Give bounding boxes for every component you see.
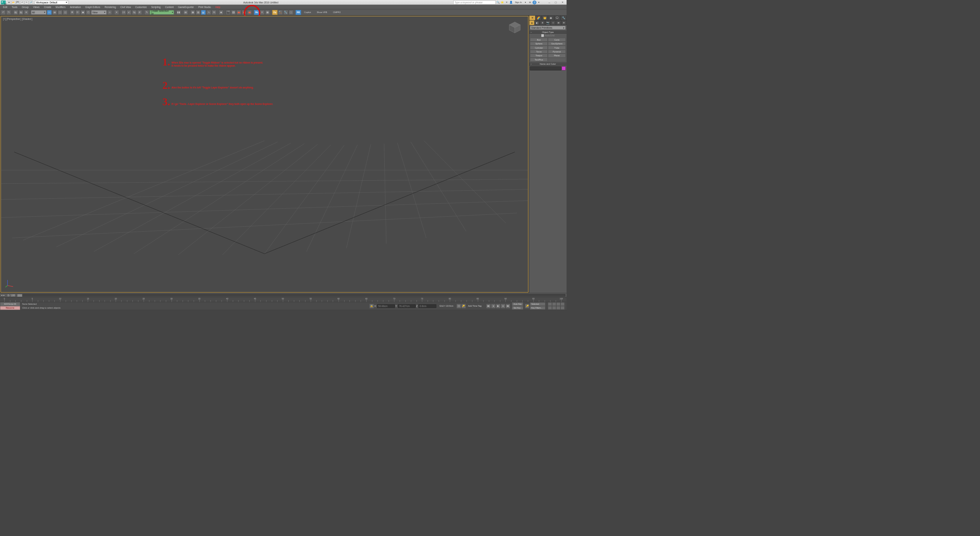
pan-button[interactable] (552, 306, 556, 310)
select-object-button[interactable]: ▭ (47, 10, 52, 15)
menu-views[interactable]: Views (31, 5, 41, 9)
goto-end-button[interactable]: ⏭ (506, 304, 510, 308)
qat-link-icon[interactable]: 🔗 (29, 0, 33, 4)
menu-group[interactable]: Group (20, 5, 31, 9)
bind-button[interactable]: ≋ (24, 10, 29, 15)
menu-tools[interactable]: Tools (10, 5, 20, 9)
sub-helpers[interactable]: ⊹ (550, 20, 556, 25)
render-production-button[interactable]: 🫖 (236, 10, 241, 15)
menu-civilview[interactable]: Civil View (118, 5, 133, 9)
qat-new-icon[interactable]: 🗎 (7, 0, 11, 4)
keyfilter-selected[interactable]: Selected (530, 302, 545, 306)
viewport-label[interactable]: [+] [Perspective ] [Shaded ] (3, 18, 33, 20)
tool-x1-button[interactable]: ✕ (260, 10, 265, 15)
favorites-icon[interactable]: ⊞ (528, 0, 532, 4)
play-prev-icon[interactable]: ◂ (1, 294, 2, 297)
category-combo[interactable]: Standard Primitives▾ (530, 26, 566, 29)
qat-redo-icon[interactable]: ↷ (24, 0, 28, 4)
workspace-combo[interactable]: Workspace: Default▾ (35, 0, 68, 4)
window-crossing-button[interactable]: ◫ (63, 10, 68, 15)
select-scale-button[interactable]: ▣ (80, 10, 85, 15)
autokey-button[interactable]: Auto Key (512, 302, 523, 306)
menu-help[interactable]: Help (213, 5, 223, 9)
zoom-extents-all-button[interactable] (560, 302, 564, 306)
goto-start-button[interactable]: ⏮ (486, 304, 491, 308)
time-slider[interactable] (17, 294, 565, 296)
menu-edit[interactable]: Edit (1, 5, 10, 9)
zoom-extents-button[interactable] (556, 302, 560, 306)
pivot-button[interactable]: ⊹ (107, 10, 112, 15)
close-button[interactable]: ✕ (560, 0, 566, 4)
menu-scripting[interactable]: Scripting (149, 5, 163, 9)
fp-button[interactable]: Fp (272, 10, 278, 15)
qat-undo-icon[interactable]: ↶ (20, 0, 24, 4)
tool-x2-button[interactable]: ▦ (265, 10, 270, 15)
tab-utilities[interactable]: 🔧 (560, 15, 567, 20)
setkey-button[interactable]: Set Key (512, 306, 523, 310)
maximize-button[interactable]: ▢ (553, 0, 559, 4)
viewport-perspective[interactable]: [+] [Perspective ] [Shaded ] 1. When 3Ds… (0, 16, 528, 293)
menu-gameexporter[interactable]: GameExporter (176, 5, 196, 9)
menu-customize[interactable]: Customize (133, 5, 149, 9)
menu-rendering[interactable]: Rendering (103, 5, 118, 9)
y-coord[interactable]: 76.427cm (398, 304, 415, 308)
obj-textplus-button[interactable]: TextPlus (530, 58, 548, 62)
menu-modifiers[interactable]: Modifiers (54, 5, 68, 9)
named-selection-combo[interactable]: Create Selection Se▾ (150, 10, 174, 15)
signin-icon[interactable]: 👤 (509, 0, 513, 4)
redo-button[interactable]: ↷ (6, 10, 11, 15)
select-name-button[interactable]: ▤ (52, 10, 57, 15)
obj-cone-button[interactable]: Cone (548, 38, 565, 42)
tab-hierarchy[interactable]: 👑 (542, 15, 548, 20)
isolate-button[interactable]: ⊡ (456, 304, 461, 308)
menu-create[interactable]: Create (42, 5, 54, 9)
minimize-button[interactable]: ─ (546, 0, 552, 4)
select-move-button[interactable]: ✥ (70, 10, 75, 15)
copilot-label[interactable]: Copilot (301, 11, 314, 13)
fov-button[interactable] (548, 306, 552, 310)
signin-label[interactable]: Sign In (515, 1, 522, 3)
sub-geometry[interactable]: ● (529, 20, 534, 25)
render-activeshade-button[interactable]: 🫖 (247, 10, 252, 15)
obj-geosphere-button[interactable]: GeoSphere (548, 42, 565, 46)
help-dropdown-icon[interactable]: ▾ (537, 0, 541, 4)
selection-filter-combo[interactable]: All▾ (31, 10, 46, 15)
next-frame-button[interactable]: ▸ (501, 304, 506, 308)
tool-hammer-button[interactable]: 🔨 (278, 10, 283, 15)
edit-selection-button[interactable]: ✎ (144, 10, 149, 15)
unlink-button[interactable]: ⛓ (19, 10, 24, 15)
angle-snap-button[interactable]: ∠ (127, 10, 132, 15)
obj-torus-button[interactable]: Torus (530, 50, 548, 54)
orbit-button[interactable] (556, 306, 560, 310)
maximize-viewport-button[interactable] (560, 306, 564, 310)
search-input[interactable]: Type a keyword or phrase (453, 0, 495, 4)
toggle-scene-explorer-button[interactable]: ▦ (190, 10, 195, 15)
material-editor-button[interactable]: ◉ (219, 10, 224, 15)
timeline-ruler[interactable]: 0510152025303540455055606570758085909510… (0, 297, 567, 302)
selection-lock-button[interactable]: 🔑 (461, 304, 466, 308)
key-mode-button[interactable]: 🔑 (525, 304, 529, 308)
color-swatch[interactable] (562, 66, 565, 70)
rollout-name-color[interactable]: Name and Color (529, 62, 567, 65)
menu-content[interactable]: Content (163, 5, 176, 9)
obj-teapot-button[interactable]: Teapot (530, 54, 548, 57)
subscription-icon[interactable]: ⭐ (500, 0, 504, 4)
undo-button[interactable]: ↶ (1, 10, 6, 15)
rc-button[interactable]: Rc (254, 10, 260, 15)
app-logo-icon[interactable]: MAX (1, 0, 6, 4)
viewcube-icon[interactable] (508, 21, 521, 34)
qat-save-icon[interactable]: 💾 (16, 0, 20, 4)
obj-plane-button[interactable]: Plane (548, 54, 565, 57)
rollout-object-type[interactable]: Object Type (529, 30, 567, 34)
lock-selection-button[interactable]: 🔒 (369, 304, 374, 308)
maxscript-listener-button[interactable]: MAXScript Mi (0, 302, 20, 306)
obj-pyramid-button[interactable]: Pyramid (548, 50, 565, 54)
spinner-snap-button[interactable]: ⇵ (137, 10, 142, 15)
z-coord[interactable]: 0.0cm (418, 304, 436, 308)
menu-printstudio[interactable]: Print Studio (196, 5, 213, 9)
obj-cylinder-button[interactable]: Cylinder (530, 46, 548, 50)
menu-grapheditors[interactable]: Graph Editors (83, 5, 103, 9)
sub-cameras[interactable]: 📷 (545, 20, 550, 25)
obj-sphere-button[interactable]: Sphere (530, 42, 548, 46)
infocenter-icon[interactable]: 🔍 (496, 0, 500, 4)
